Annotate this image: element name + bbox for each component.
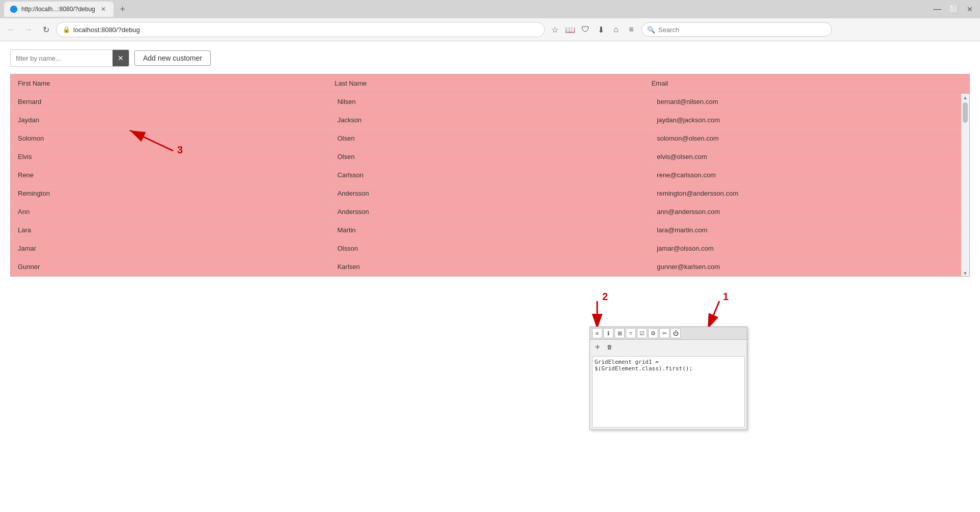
debug-scissors-btn[interactable]: ✂ [659,328,669,338]
cell-first-name: Rene [11,166,330,184]
close-window-button[interactable]: ✕ [964,3,976,15]
debug-move-btn[interactable]: ✛ [592,342,602,352]
filter-clear-button[interactable]: ✕ [113,50,129,66]
reload-button[interactable]: ↻ [39,22,53,37]
cell-first-name: Ann [11,203,330,221]
table-row[interactable]: Lara Martin lara@martin.com [11,221,969,239]
debug-action-row: ✛ 🗑 [590,340,747,354]
scroll-thumb[interactable] [963,102,968,123]
search-box[interactable]: 🔍 [641,22,832,37]
home-button[interactable]: ⌂ [609,22,623,37]
page-content: ✕ Add new customer First Name Last Name … [0,41,980,512]
table-row[interactable]: Elvis Olsen elvis@olsen.com [11,148,969,166]
cell-email: solomon@olsen.com [650,129,969,147]
cell-first-name: Jamar [11,239,330,257]
menu-button[interactable]: ≡ [624,22,638,37]
cell-first-name: Jaydan [11,111,330,129]
column-email: Email [645,74,961,92]
add-customer-button[interactable]: Add new customer [134,50,211,66]
forward-button[interactable]: → [21,22,36,37]
debug-info-btn[interactable]: ℹ [603,328,613,338]
table-row[interactable]: Ann Andersson ann@andersson.com [11,203,969,221]
tab-close-button[interactable]: ✕ [99,5,107,13]
cell-last-name: Olsson [330,239,650,257]
grid-body[interactable]: Bernard Nilsen bernard@nilsen.com Jaydan… [11,93,969,276]
column-last-name: Last Name [327,74,644,92]
cell-email: jaydan@jackson.com [650,111,969,129]
table-row[interactable]: Jaydan Jackson jaydan@jackson.com [11,111,969,129]
arrow1-label: 1 [723,291,729,302]
table-row[interactable]: Solomon Olsen solomon@olsen.com [11,129,969,148]
cell-last-name: Olsen [330,129,650,147]
cell-email: rene@carlsson.com [650,166,969,184]
table-row[interactable]: Jamar Olsson jamar@olsson.com [11,239,969,258]
cell-email: remington@andersson.com [650,184,969,202]
new-tab-button[interactable]: + [116,2,130,16]
table-row[interactable]: Bernard Nilsen bernard@nilsen.com [11,93,969,111]
cell-last-name: Martin [330,221,650,239]
scroll-up-arrow[interactable]: ▲ [963,95,968,100]
cell-last-name: Carlsson [330,166,650,184]
cell-email: lara@martin.com [650,221,969,239]
minimize-button[interactable]: — [931,3,943,15]
browser-tab[interactable]: 🌐 http://localh...:8080/?debug ✕ [4,2,114,17]
table-row[interactable]: Remington Andersson remington@andersson.… [11,184,969,203]
arrow1-line [708,301,719,329]
download-button[interactable]: ⬇ [594,22,608,37]
address-text: localhost:8080/?debug [73,26,538,34]
cell-last-name: Andersson [330,184,650,202]
cell-last-name: Jackson [330,111,650,129]
bookmark-star-button[interactable]: ☆ [548,22,562,37]
reading-list-button[interactable]: 📖 [563,22,577,37]
cell-last-name: Olsen [330,148,650,166]
back-button[interactable]: ← [4,22,18,37]
cell-email: ann@andersson.com [650,203,969,221]
cell-first-name: Remington [11,184,330,202]
table-row[interactable]: Gunner Karlsen gunner@karlsen.com [11,258,969,276]
debug-gear-btn[interactable]: ⚙ [648,328,658,338]
grid-header: First Name Last Name Email [11,74,969,93]
scrollbar[interactable]: ▲ ▼ [961,94,969,276]
scrollbar-header-space [961,74,969,92]
search-input[interactable] [658,26,826,34]
debug-delete-btn[interactable]: 🗑 [604,342,614,352]
scroll-down-arrow[interactable]: ▼ [963,271,968,276]
debug-code-text: GridElement grid1 = $(GridElement.class)… [595,359,692,372]
cell-last-name: Karlsen [330,258,650,276]
tab-bar: 🌐 http://localh...:8080/?debug ✕ + — ⬜ ✕ [0,0,980,18]
toolbar: ✕ Add new customer [10,49,970,67]
cell-email: gunner@karlsen.com [650,258,969,276]
table-row[interactable]: Rene Carlsson rene@carlsson.com [11,166,969,184]
column-first-name: First Name [11,74,327,92]
cell-first-name: Gunner [11,258,330,276]
nav-bar: ← → ↻ 🔒 localhost:8080/?debug ☆ 📖 🛡 ⬇ ⌂ … [0,18,980,41]
arrow2-label: 2 [602,291,608,302]
filter-input-wrap: ✕ [10,49,129,67]
scroll-track[interactable] [963,100,968,271]
nav-actions: ☆ 📖 🛡 ⬇ ⌂ ≡ [548,22,638,37]
cell-last-name: Andersson [330,203,650,221]
tab-favicon: 🌐 [10,6,17,13]
lock-icon: 🔒 [63,26,70,33]
clear-icon: ✕ [118,54,124,62]
cell-email: bernard@nilsen.com [650,93,969,111]
cell-first-name: Bernard [11,93,330,111]
filter-input[interactable] [11,51,113,65]
debug-toolbar: ≡ ℹ ⊞ = ☑ ⚙ ✂ ⏻ [590,327,747,340]
cell-last-name: Nilsen [330,93,650,111]
cell-email: jamar@olsson.com [650,239,969,257]
debug-list-btn[interactable]: ≡ [592,328,602,338]
debug-compare-btn[interactable]: ⊞ [614,328,625,338]
debug-code-panel[interactable]: GridElement grid1 = $(GridElement.class)… [592,356,745,427]
search-icon: 🔍 [647,26,655,34]
cell-first-name: Elvis [11,148,330,166]
address-bar[interactable]: 🔒 localhost:8080/?debug [56,22,545,37]
shield-button[interactable]: 🛡 [578,22,593,37]
maximize-button[interactable]: ⬜ [947,3,960,15]
debug-power-btn[interactable]: ⏻ [670,328,681,338]
debug-check-btn[interactable]: ☑ [637,328,647,338]
debug-panel: ≡ ℹ ⊞ = ☑ ⚙ ✂ ⏻ ✛ 🗑 GridElement grid1 = … [590,327,747,430]
cell-email: elvis@olsen.com [650,148,969,166]
debug-equals-btn[interactable]: = [626,328,636,338]
cell-first-name: Lara [11,221,330,239]
